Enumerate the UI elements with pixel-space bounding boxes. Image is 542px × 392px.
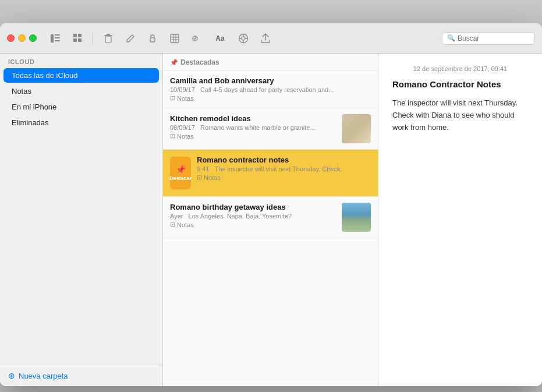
sidebar-section-header: iCloud — [0, 54, 162, 68]
checklist-button[interactable] — [187, 30, 206, 47]
note-text-2: Kitchen remodel ideas 08/09/17 Romano wa… — [170, 114, 336, 140]
pin-badge-content: 📌 Destacar — [170, 157, 191, 189]
svg-rect-11 — [150, 38, 155, 42]
section-header-label: Destacadas — [180, 58, 219, 66]
detail-date: 12 de septiembre de 2017, 09:41 — [392, 65, 528, 72]
folder-icon-2: ⊡ — [170, 132, 175, 140]
note-meta-1: 10/09/17 Call 4-5 days ahead for party r… — [170, 86, 371, 93]
svg-rect-9 — [107, 34, 110, 35]
note-date-2: 08/09/17 — [170, 124, 195, 131]
sidebar-item-label: En mi iPhone — [12, 103, 56, 111]
sidebar-item-label: Todas las de iCloud — [12, 71, 77, 80]
separator-1 — [93, 33, 93, 44]
note-date-4: Ayer — [170, 213, 183, 220]
traffic-lights — [7, 34, 37, 42]
svg-rect-10 — [105, 36, 111, 43]
sidebar-item-notas[interactable]: Notas — [3, 84, 159, 98]
note-folder-3: ⊡ Notas — [197, 174, 371, 181]
content-area: iCloud Todas las de iCloud Notas En mi i… — [0, 54, 542, 386]
svg-rect-7 — [78, 38, 82, 42]
note-title-3: Romano contractor notes — [197, 156, 371, 164]
note-folder-1: ⊡ Notas — [170, 94, 371, 102]
note-preview-4: Los Angeles. Napa. Baja. Yosemite? — [189, 213, 292, 220]
lock-button[interactable] — [143, 30, 162, 47]
plus-icon: ⊕ — [8, 371, 15, 380]
note-meta-2: 08/09/17 Romano wants white marble or gr… — [170, 124, 336, 131]
note-folder-4: ⊡ Notas — [170, 221, 336, 228]
note-text-3: Romano contractor notes 9:41 The inspect… — [197, 156, 371, 181]
sidebar-item-todas[interactable]: Todas las de iCloud — [3, 68, 159, 83]
note-pin-badge: 📌 Destacar — [170, 156, 191, 190]
table-button[interactable] — [165, 30, 184, 47]
pin-badge-label: Destacar — [169, 175, 192, 181]
share-button[interactable] — [256, 30, 275, 47]
svg-rect-4 — [73, 34, 77, 37]
note-preview-3: The inspector will visit next Thursday. … — [214, 165, 342, 172]
note-preview-2: Romano wants white marble or granite... — [200, 124, 315, 131]
svg-rect-8 — [104, 35, 112, 36]
notes-section-header: 📌 Destacadas — [163, 54, 378, 70]
maximize-button[interactable] — [29, 34, 37, 42]
grid-view-button[interactable] — [68, 30, 87, 47]
detail-pane: 12 de septiembre de 2017, 09:41 Romano C… — [378, 54, 542, 386]
note-folder-2: ⊡ Notas — [170, 132, 336, 140]
new-folder-label: Nueva carpeta — [19, 372, 68, 380]
format-button[interactable]: Aa — [210, 30, 231, 47]
toolbar: Aa 🔍 — [0, 23, 542, 54]
sidebar-item-eliminadas[interactable]: Eliminadas — [3, 115, 159, 130]
new-folder-button[interactable]: ⊕ Nueva carpeta — [8, 371, 68, 380]
note-item-4[interactable]: Romano birthday getaway ideas Ayer Los A… — [163, 197, 378, 238]
note-item-3[interactable]: 📌 Destacar Romano contractor notes 9:41 … — [163, 150, 378, 197]
note-text-1: Camilla and Bob anniversary 10/09/17 Cal… — [170, 76, 371, 102]
note-meta-4: Ayer Los Angeles. Napa. Baja. Yosemite? — [170, 213, 336, 220]
sidebar-toggle-button[interactable] — [46, 30, 65, 47]
pin-icon: 📌 — [170, 59, 178, 66]
sidebar-item-iphone[interactable]: En mi iPhone — [3, 100, 159, 114]
svg-rect-12 — [171, 34, 179, 43]
note-title-1: Camilla and Bob anniversary — [170, 76, 371, 85]
sidebar-item-label: Eliminadas — [12, 118, 49, 127]
search-icon: 🔍 — [447, 34, 455, 42]
folder-icon-4: ⊡ — [170, 221, 175, 228]
note-text-4: Romano birthday getaway ideas Ayer Los A… — [170, 203, 336, 228]
svg-rect-3 — [55, 40, 60, 41]
svg-rect-5 — [78, 34, 82, 37]
detail-body: The inspector will visit next Thursday. … — [392, 97, 528, 133]
sidebar-footer: ⊕ Nueva carpeta — [0, 365, 162, 386]
note-thumbnail-2 — [342, 114, 371, 143]
svg-rect-6 — [73, 38, 77, 42]
attachment-button[interactable] — [234, 30, 253, 47]
note-date-3: 9:41 — [197, 165, 209, 172]
detail-title: Romano Contractor Notes — [392, 79, 528, 89]
folder-icon-3: ⊡ — [197, 174, 202, 181]
sidebar-item-label: Notas — [12, 87, 31, 96]
note-item-1[interactable]: Camilla and Bob anniversary 10/09/17 Cal… — [163, 70, 378, 108]
note-preview-1: Call 4-5 days ahead for party reservatio… — [200, 86, 334, 93]
note-item-2[interactable]: Kitchen remodel ideas 08/09/17 Romano wa… — [163, 108, 378, 150]
minimize-button[interactable] — [18, 34, 26, 42]
svg-rect-2 — [55, 37, 60, 38]
svg-rect-0 — [51, 34, 54, 43]
notes-list: 📌 Destacadas Camilla and Bob anniversary… — [163, 54, 378, 386]
sidebar: iCloud Todas las de iCloud Notas En mi i… — [0, 54, 163, 386]
close-button[interactable] — [7, 34, 15, 42]
search-input[interactable] — [458, 34, 527, 43]
note-date-1: 10/09/17 — [170, 86, 195, 93]
note-thumbnail-4 — [342, 203, 371, 232]
compose-button[interactable] — [121, 30, 140, 47]
delete-button[interactable] — [99, 30, 118, 47]
note-title-2: Kitchen remodel ideas — [170, 114, 336, 123]
svg-rect-1 — [55, 34, 60, 36]
app-window: Aa 🔍 iCloud Todas las de iCloud — [0, 23, 542, 386]
note-meta-3: 9:41 The inspector will visit next Thurs… — [197, 165, 371, 172]
sidebar-spacer — [0, 130, 162, 365]
pin-symbol-icon: 📌 — [176, 165, 186, 174]
search-bar[interactable]: 🔍 — [442, 32, 535, 45]
note-title-4: Romano birthday getaway ideas — [170, 203, 336, 211]
svg-point-19 — [242, 37, 245, 40]
folder-icon-1: ⊡ — [170, 94, 175, 102]
